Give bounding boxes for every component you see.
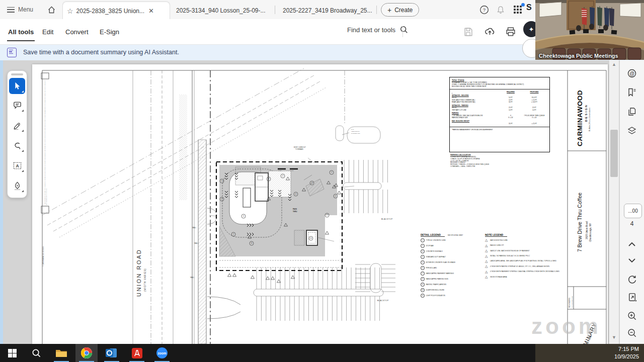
zoom-out-icon: [627, 328, 637, 338]
detail-legend-item: 5EXTERIOR CONCRETE SLAB ON GRADE: [421, 260, 485, 264]
file-explorer-icon[interactable]: [50, 344, 72, 362]
folder-icon: [55, 348, 67, 358]
sign-note: GAS: [351, 129, 354, 130]
site-data-intro: SITE AREA: ± 1.16 AC (± 1 AC TO BE DISTU…: [452, 82, 547, 87]
quick-tools-panel: A: [7, 70, 27, 198]
detail-legend: DETAIL LEGENDSEE SITE DETAIL SHEET 1TYPE…: [421, 233, 485, 298]
outlook-logo-icon: [106, 347, 118, 358]
print-button[interactable]: [504, 25, 517, 38]
note-legend-item: △2RADIUS CURB 2 FT: [485, 244, 570, 247]
drag-handle[interactable]: [11, 73, 23, 75]
road-width-label: (WIDTH VARIES): [144, 268, 146, 292]
tab-edit[interactable]: Edit: [41, 26, 54, 38]
windows-icon: [8, 349, 17, 357]
taskbar-search-button[interactable]: [25, 344, 47, 362]
rotate-page-button[interactable]: [626, 274, 637, 285]
rotate-icon: [627, 275, 637, 285]
sign-note: HELD 8036.39': [351, 131, 360, 132]
acrobat-logo-icon: [131, 347, 143, 359]
next-page-button[interactable]: [626, 255, 637, 266]
highlight-tool-button[interactable]: [9, 117, 25, 133]
tab-document-active[interactable]: ☆ 2025-2838_3825 Union... ✕: [62, 2, 170, 20]
zoom-out-button[interactable]: [626, 327, 637, 338]
meeting-video-overlay[interactable]: Cheektowaga Public Meetings: [535, 0, 644, 60]
vertical-scrollbar[interactable]: ▲ ▼: [609, 60, 619, 344]
home-button[interactable]: [44, 3, 58, 16]
apps-grid-button[interactable]: [512, 4, 524, 15]
note-legend-text: 4' WIDE WHITE PAINTED STRIPE AT 45° ANGL…: [490, 265, 549, 267]
tab-document-2[interactable]: 2025-3134_940 Losson_25-09-...: [171, 2, 270, 19]
search-icon: [399, 25, 409, 34]
comment-tool-button[interactable]: [9, 97, 25, 113]
note-triangle-icon: △5: [485, 259, 489, 263]
chrome-logo-icon: [80, 347, 93, 359]
layers-panel-button[interactable]: [626, 125, 637, 136]
detail-number-icon: 10: [421, 288, 425, 292]
svg-text:zoom: zoom: [158, 351, 167, 355]
tab-all-tools[interactable]: All tools: [7, 26, 35, 41]
detail-legend-item: 1TYPE 'A' CONCRETE CURB: [421, 238, 485, 242]
zoom-logo-icon: zoom: [156, 347, 168, 359]
outlook-icon[interactable]: [101, 344, 123, 362]
notifications-button[interactable]: [495, 4, 507, 15]
comments-panel-button[interactable]: @: [626, 68, 637, 79]
profile-avatar[interactable]: S: [526, 3, 532, 12]
zoom-icon[interactable]: zoom: [151, 344, 173, 362]
comment-icon: [13, 101, 22, 110]
draw-tool-button[interactable]: [9, 137, 25, 153]
detail-legend-text: CONCRETE SIDEWALK: [426, 250, 443, 252]
page-thumbnails-button[interactable]: [626, 106, 637, 117]
tab-esign[interactable]: E-Sign: [99, 26, 120, 38]
detail-legend-title: DETAIL LEGEND: [421, 233, 445, 237]
page-zoom-box[interactable]: ...00: [624, 204, 642, 218]
bookmarks-panel-button[interactable]: [626, 87, 637, 98]
site-data-cell: TERTIARY LOT LINE: [452, 109, 500, 111]
star-icon[interactable]: ☆: [67, 8, 73, 15]
detail-number-icon: 4: [421, 255, 425, 259]
svg-text:7: 7: [327, 214, 328, 216]
note-triangle-number: 1: [486, 240, 487, 243]
scroll-down-arrow[interactable]: ▼: [609, 333, 619, 342]
note-triangle-number: 5: [486, 261, 487, 264]
tab-document-3[interactable]: 2025-2227_3419 Broadway_25...: [278, 2, 377, 19]
project-title: 7 Brew Drive Thru Coffee: [577, 193, 583, 252]
detail-legend-text: PIPE BOLLARD: [426, 267, 437, 269]
previous-page-button[interactable]: [626, 239, 637, 250]
desktop-screen: Menu ☆ 2025-2838_3825 Union... ✕ 2025-31…: [0, 0, 644, 362]
detail-legend-item: 2STOP BAR: [421, 244, 485, 248]
detail-number-icon: 8: [421, 277, 425, 281]
page-view-button[interactable]: [626, 292, 637, 303]
svg-text:7: 7: [331, 171, 332, 173]
find-tools-search[interactable]: Find text or tools: [347, 25, 409, 34]
project-city: Cheektowaga, NY: [589, 223, 592, 242]
detail-legend-item: 3CONCRETE SIDEWALK: [421, 249, 485, 253]
select-tool-button[interactable]: [9, 78, 25, 94]
create-button[interactable]: + Create: [381, 3, 419, 17]
fit-page-icon: [627, 292, 637, 303]
pdf-page[interactable]: 1 1 3 7 9 3 2 4 5 7 10 7 1: [32, 64, 608, 344]
save-button[interactable]: [461, 25, 474, 38]
fill-sign-tool-button[interactable]: [9, 177, 25, 194]
taskbar-clock[interactable]: 7:15 PM 10/9/2025: [614, 345, 639, 360]
disclaimer-text: Unauthorized alteration or addition to t…: [44, 79, 47, 205]
close-tab-icon[interactable]: ✕: [148, 8, 154, 14]
menu-button[interactable]: Menu: [4, 3, 36, 16]
svg-text:5: 5: [311, 182, 312, 184]
tab-convert[interactable]: Convert: [64, 26, 90, 38]
blacktop-label: BLACKTOP: [381, 218, 393, 220]
zoom-in-button[interactable]: [626, 310, 637, 321]
note-triangle-number: 8: [486, 277, 487, 280]
scrollbar-thumb[interactable]: [610, 130, 618, 177]
acrobat-icon[interactable]: [126, 344, 148, 362]
share-upload-button[interactable]: [483, 25, 496, 38]
detail-legend-text: STANDARD DUTY ASPHALT: [426, 256, 446, 258]
note-triangle-icon: △2: [485, 244, 489, 247]
select-text-tool-button[interactable]: A: [9, 157, 25, 173]
help-button[interactable]: ?: [478, 4, 490, 15]
start-button[interactable]: [1, 344, 23, 362]
site-data-section-heading: SETBACKS - PARKING: [452, 105, 547, 107]
scroll-up-arrow[interactable]: ▲: [609, 60, 619, 69]
svg-text:@: @: [629, 71, 634, 76]
printer-icon: [505, 26, 516, 37]
chrome-icon[interactable]: [75, 344, 98, 362]
